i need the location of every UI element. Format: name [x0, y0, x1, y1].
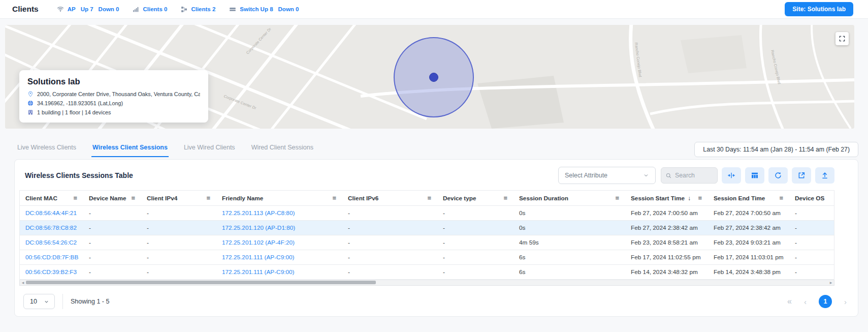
col-session-start-time[interactable]: Session Start Time↓≡	[625, 194, 708, 202]
switch-icon	[229, 6, 236, 13]
status-up-count: Up 7	[81, 6, 93, 12]
export-button[interactable]	[815, 167, 834, 184]
table-footer: 10 Showing 1 - 5 « ‹ 1 ›	[23, 294, 847, 309]
status-wireless-clients: Clients 0	[133, 6, 169, 13]
upload-icon	[821, 171, 829, 179]
site-name: Solutions lab	[27, 77, 200, 86]
cell: -	[83, 239, 141, 246]
status-switch: Switch Up 8 Down 0	[229, 6, 300, 13]
status-down-count: Down 0	[278, 6, 299, 12]
col-session-duration[interactable]: Session Duration≡	[513, 194, 625, 202]
col-device-type[interactable]: Device type≡	[437, 194, 513, 202]
site-selector-button[interactable]: Site: Solutions lab	[785, 2, 853, 16]
fullscreen-icon	[839, 35, 846, 42]
column-menu-icon[interactable]: ≡	[73, 194, 77, 202]
column-menu-icon[interactable]: ≡	[698, 194, 702, 202]
friendly-name-link[interactable]: 172.25.201.102 (AP-4F:20)	[216, 239, 342, 246]
tab-live-wireless-clients[interactable]: Live Wireless Clients	[16, 142, 77, 157]
cell: -	[141, 254, 216, 261]
cell: -	[83, 224, 141, 231]
sessions-table: Client MAC≡ Device Name≡ Client IPv4≡ Fr…	[19, 190, 834, 280]
globe-icon	[27, 100, 34, 106]
friendly-name-link[interactable]: 172.25.201.120 (AP-D1:80)	[216, 224, 342, 231]
cell: -	[141, 268, 216, 276]
search-input[interactable]	[675, 172, 711, 179]
status-up-count: Switch Up 8	[240, 6, 273, 12]
cell: -	[437, 254, 513, 261]
table-row[interactable]: DC:08:56:78:C8:82 - - 172.25.201.120 (AP…	[20, 221, 834, 235]
cell: -	[437, 209, 513, 217]
cell: -	[342, 254, 437, 261]
table-row[interactable]: DC:08:56:4A:4F:21 - - 172.25.201.113 (AP…	[20, 206, 834, 221]
horizontal-scrollbar[interactable]: ◀ ▶	[19, 280, 834, 286]
col-device-name[interactable]: Device Name≡	[83, 194, 141, 202]
date-range-picker[interactable]: Last 30 Days: 11:54 am (Jan 28) - 11:54 …	[694, 142, 858, 157]
cell: -	[789, 268, 834, 276]
col-friendly-name[interactable]: Friendly Name≡	[216, 194, 342, 202]
sort-desc-icon[interactable]: ↓	[688, 195, 691, 202]
table-header-row: Client MAC≡ Device Name≡ Client IPv4≡ Fr…	[20, 191, 834, 206]
topbar: Clients AP Up 7 Down 0 Clients 0	[0, 0, 868, 19]
fit-columns-button[interactable]	[722, 167, 741, 184]
column-menu-icon[interactable]: ≡	[206, 194, 210, 202]
cell: -	[437, 224, 513, 231]
scroll-right-icon[interactable]: ▶	[828, 280, 834, 285]
column-menu-icon[interactable]: ≡	[615, 194, 619, 202]
next-page-icon[interactable]: ›	[844, 297, 847, 306]
tab-wireless-client-sessions[interactable]: Wireless Client Sessions	[91, 142, 169, 157]
cell: Feb 23, 2024 9:03:21 am	[708, 239, 789, 246]
prev-page-icon[interactable]: ‹	[804, 297, 807, 306]
table-row[interactable]: 00:56:CD:39:B2:F3 - - 172.25.201.111 (AP…	[20, 265, 834, 280]
column-menu-icon[interactable]: ≡	[779, 194, 783, 202]
friendly-name-link[interactable]: 172.25.201.113 (AP-C8:80)	[216, 209, 342, 217]
cell: 6s	[513, 254, 625, 261]
cell: Feb 27, 2024 7:00:50 am	[625, 209, 708, 217]
client-mac-link[interactable]: 00:56:CD:39:B2:F3	[20, 268, 83, 276]
page-size-select[interactable]: 10	[23, 294, 55, 309]
site-map[interactable]: Corporate Center Dr Corporate Center Dr …	[5, 25, 854, 129]
cell: Feb 14, 2024 3:48:32 pm	[625, 268, 708, 276]
page-number-button[interactable]: 1	[819, 295, 832, 308]
scroll-left-icon[interactable]: ◀	[20, 280, 26, 285]
col-client-ipv6[interactable]: Client IPv6≡	[342, 194, 437, 202]
col-session-end-time[interactable]: Session End Time≡	[708, 194, 789, 202]
open-report-button[interactable]	[792, 167, 811, 184]
table-row[interactable]: DC:08:56:54:26:C2 - - 172.25.201.102 (AP…	[20, 235, 834, 250]
tab-live-wired-clients[interactable]: Live Wired Clients	[183, 142, 236, 157]
client-mac-link[interactable]: DC:08:56:54:26:C2	[20, 239, 83, 246]
open-in-new-icon	[797, 171, 806, 179]
column-menu-icon[interactable]: ≡	[503, 194, 507, 202]
status-count: Clients 2	[191, 6, 215, 12]
first-page-icon[interactable]: «	[787, 297, 792, 306]
site-marker-dot[interactable]	[430, 73, 438, 82]
cell: -	[437, 239, 513, 246]
col-device-os[interactable]: Device OS	[789, 195, 834, 202]
tab-wired-client-sessions[interactable]: Wired Client Sessions	[250, 142, 314, 157]
table-row[interactable]: 00:56:CD:D8:7F:BB - - 172.25.201.111 (AP…	[20, 250, 834, 265]
col-client-mac[interactable]: Client MAC≡	[20, 194, 83, 202]
scrollbar-thumb[interactable]	[26, 281, 376, 284]
col-client-ipv4[interactable]: Client IPv4≡	[141, 194, 216, 202]
site-coordinates: 34.196962, -118.923051 (Lat,Long)	[37, 100, 123, 106]
select-attribute-dropdown[interactable]: Select Attribute	[558, 167, 656, 184]
client-mac-link[interactable]: DC:08:56:4A:4F:21	[20, 209, 83, 217]
client-mac-link[interactable]: DC:08:56:78:C8:82	[20, 224, 83, 231]
cell: 6s	[513, 268, 625, 276]
cell: -	[789, 209, 834, 217]
column-menu-icon[interactable]: ≡	[427, 194, 431, 202]
friendly-name-link[interactable]: 172.25.201.111 (AP-C9:00)	[216, 268, 342, 276]
status-wired-clients: Clients 2	[181, 6, 217, 13]
column-menu-icon[interactable]: ≡	[332, 194, 336, 202]
friendly-name-link[interactable]: 172.25.201.111 (AP-C9:00)	[216, 254, 342, 261]
cell: -	[789, 254, 834, 261]
page-title: Clients	[12, 5, 39, 14]
refresh-button[interactable]	[768, 167, 788, 184]
wifi-icon	[57, 6, 64, 13]
client-mac-link[interactable]: 00:56:CD:D8:7F:BB	[20, 254, 83, 261]
columns-button[interactable]	[745, 167, 764, 184]
search-box[interactable]	[661, 167, 718, 184]
chevron-down-icon	[44, 299, 49, 305]
page-size-value: 10	[30, 298, 37, 305]
column-menu-icon[interactable]: ≡	[131, 194, 135, 202]
map-fullscreen-button[interactable]	[835, 32, 849, 45]
